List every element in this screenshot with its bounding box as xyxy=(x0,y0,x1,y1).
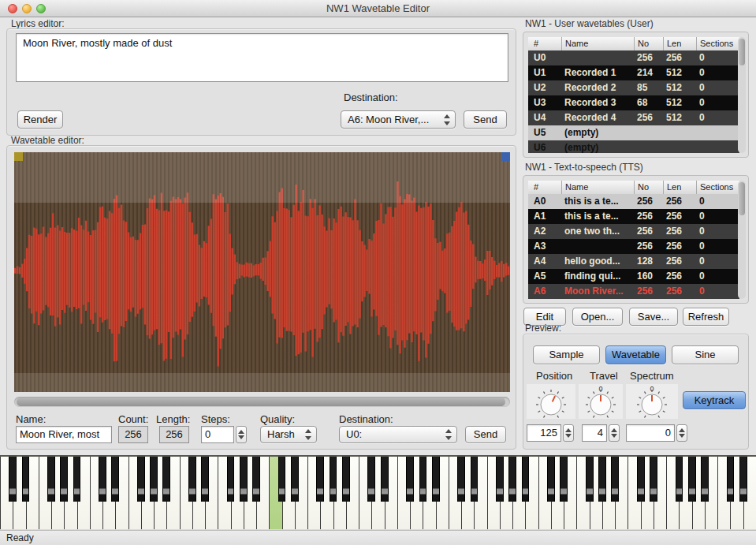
piano-key-black[interactable] xyxy=(701,457,709,502)
piano-key-black[interactable] xyxy=(611,457,619,502)
piano-key-black[interactable] xyxy=(162,457,170,502)
knob-travel[interactable]: 0 xyxy=(579,384,623,419)
open-button[interactable]: Open... xyxy=(572,308,623,326)
table-row[interactable]: A4hello good...1282560 xyxy=(528,254,739,269)
column-header[interactable]: Name xyxy=(561,37,634,50)
piano-key-black[interactable] xyxy=(547,457,555,502)
piano-key-black[interactable] xyxy=(330,457,337,502)
waveform-marker-left[interactable] xyxy=(14,152,23,161)
table-row[interactable]: U1Recorded 12145120 xyxy=(528,65,739,80)
save-button[interactable]: Save... xyxy=(629,308,678,326)
column-header[interactable]: Name xyxy=(561,181,634,194)
steps-stepper[interactable] xyxy=(236,426,247,443)
send-button-bottom[interactable]: Send xyxy=(465,426,506,443)
piano-key-black[interactable] xyxy=(650,457,657,502)
piano-key-black[interactable] xyxy=(676,457,683,502)
horizontal-scrollbar[interactable] xyxy=(14,397,510,407)
preview-stepper-1[interactable] xyxy=(563,424,574,442)
user-wavetables-table[interactable]: #NameNoLenSectionsU02562560U1Recorded 12… xyxy=(528,37,739,153)
table-row[interactable]: A0this is a te...2562560 xyxy=(528,194,739,209)
mode-button-sine[interactable]: Sine xyxy=(672,345,739,364)
piano-key-black[interactable] xyxy=(637,457,645,502)
piano-key-black[interactable] xyxy=(432,457,440,502)
piano-key-black[interactable] xyxy=(586,457,594,502)
piano-key-black[interactable] xyxy=(278,457,286,502)
tts-scrollbar[interactable] xyxy=(738,181,746,299)
piano-key-black[interactable] xyxy=(342,457,350,502)
table-row[interactable]: U5(empty) xyxy=(528,125,739,140)
piano-key-black[interactable] xyxy=(496,457,504,502)
piano-key-black[interactable] xyxy=(598,457,606,502)
piano-key-black[interactable] xyxy=(471,457,479,502)
preview-value-field-1[interactable]: 125 xyxy=(527,424,561,442)
piano-key-black[interactable] xyxy=(316,457,324,502)
preview-stepper-3[interactable] xyxy=(676,424,687,442)
scrollbar-thumb[interactable] xyxy=(739,182,745,215)
piano-key-black[interactable] xyxy=(291,457,299,502)
send-button-top[interactable]: Send xyxy=(464,110,507,129)
waveform-display[interactable] xyxy=(14,152,510,392)
piano-key-black[interactable] xyxy=(60,457,68,502)
piano-key-black[interactable] xyxy=(227,457,235,502)
name-field[interactable]: Moon River, most xyxy=(16,426,112,443)
scrollbar-thumb[interactable] xyxy=(739,39,745,65)
table-row[interactable]: A1this is a te...2562560 xyxy=(528,209,739,224)
render-button[interactable]: Render xyxy=(17,110,63,129)
column-header[interactable]: No xyxy=(634,181,663,194)
waveform-marker-right[interactable] xyxy=(501,152,510,161)
piano-key-black[interactable] xyxy=(201,457,209,502)
piano-key-black[interactable] xyxy=(508,457,516,502)
knob-position[interactable] xyxy=(527,384,575,419)
user-wavetables-scrollbar[interactable] xyxy=(738,37,746,153)
column-header[interactable]: Len xyxy=(663,181,696,194)
column-header[interactable]: Sections xyxy=(696,37,739,50)
column-header[interactable]: Len xyxy=(663,37,696,50)
piano-keyboard[interactable] xyxy=(0,455,756,530)
piano-key-black[interactable] xyxy=(47,457,55,502)
piano-key-black[interactable] xyxy=(252,457,260,502)
keytrack-button[interactable]: Keytrack xyxy=(683,391,746,409)
mode-button-sample[interactable]: Sample xyxy=(533,345,600,364)
piano-key-black[interactable] xyxy=(188,457,196,502)
piano-key-black[interactable] xyxy=(522,457,530,502)
preview-stepper-2[interactable] xyxy=(609,424,620,442)
destination-select-top[interactable]: A6: Moon River,... xyxy=(341,110,456,129)
column-header[interactable]: No xyxy=(634,37,663,50)
piano-key-black[interactable] xyxy=(99,457,106,502)
table-row[interactable]: U02562560 xyxy=(528,50,739,65)
piano-key-black[interactable] xyxy=(688,457,696,502)
steps-field[interactable]: 0 xyxy=(201,426,234,443)
column-header[interactable]: Sections xyxy=(696,181,739,194)
destination-select-bottom[interactable]: U0: xyxy=(339,426,457,443)
piano-key-black[interactable] xyxy=(240,457,248,502)
piano-key-black[interactable] xyxy=(739,457,747,502)
preview-value-field-2[interactable]: 4 xyxy=(582,424,607,442)
preview-value-field-3[interactable]: 0 xyxy=(626,424,675,442)
piano-key-black[interactable] xyxy=(367,457,375,502)
piano-key-black[interactable] xyxy=(727,457,735,502)
table-row[interactable]: A5finding qui...1602560 xyxy=(528,269,739,284)
piano-key-black[interactable] xyxy=(137,457,145,502)
lyrics-textarea[interactable]: Moon River, mostly made of dust xyxy=(16,33,508,82)
piano-key-black[interactable] xyxy=(381,457,389,502)
column-header[interactable]: # xyxy=(528,181,561,194)
refresh-button[interactable]: Refresh xyxy=(683,308,729,326)
table-row[interactable]: U3Recorded 3685120 xyxy=(528,95,739,110)
horizontal-scrollbar-thumb[interactable] xyxy=(17,398,505,406)
piano-key-black[interactable] xyxy=(9,457,17,502)
mode-button-wavetable[interactable]: Wavetable xyxy=(605,345,666,364)
piano-key-black[interactable] xyxy=(22,457,30,502)
table-row[interactable]: A6Moon River...2562560 xyxy=(528,284,739,299)
quality-select[interactable]: Harsh xyxy=(260,426,317,443)
piano-key-black[interactable] xyxy=(111,457,119,502)
piano-key-black[interactable] xyxy=(406,457,414,502)
piano-key-black[interactable] xyxy=(419,457,427,502)
knob-spectrum[interactable]: 0 xyxy=(626,384,678,419)
piano-key-black[interactable] xyxy=(560,457,568,502)
column-header[interactable]: # xyxy=(528,37,561,50)
table-row[interactable]: U2Recorded 2855120 xyxy=(528,80,739,95)
table-row[interactable]: U4Recorded 42565120 xyxy=(528,110,739,125)
table-row[interactable]: U6(empty) xyxy=(528,140,739,153)
piano-key-black[interactable] xyxy=(73,457,81,502)
table-row[interactable]: A32562560 xyxy=(528,239,739,254)
